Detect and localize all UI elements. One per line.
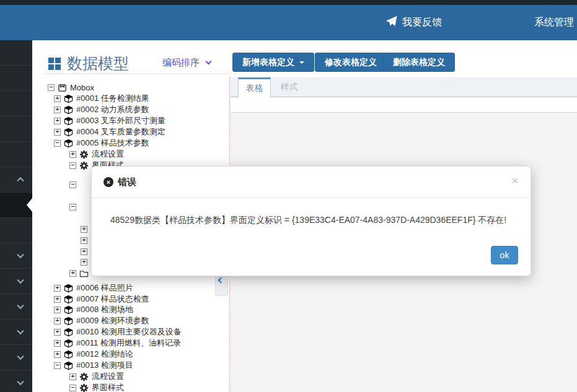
sidebar-item[interactable] [0,116,32,142]
tree-node-label[interactable]: #0006 样品照片 [76,282,133,294]
delete-table-definition-label: 删除表格定义 [393,57,445,68]
tree-node[interactable]: +#0003 叉车外部尺寸测量 [54,115,165,126]
error-message: 48529数据类【样品技术参数】界面定义标识 = {139E33C4-EA07-… [92,198,531,226]
sidebar-item[interactable] [0,66,32,91]
expand-icon[interactable]: + [54,118,61,124]
expand-icon[interactable]: + [81,237,87,244]
feedback-link[interactable]: 我要反馈 [385,5,442,40]
tree-node-label[interactable]: #0010 检测用主要仪器及设备 [76,326,182,338]
sidebar-item[interactable] [0,40,32,66]
tree-node[interactable]: + [81,224,90,235]
delete-table-definition-button[interactable]: 删除表格定义 [383,53,455,72]
system-admin-link[interactable]: 系统管理 [534,5,574,40]
cube-icon [64,284,73,293]
collapse-left-icon [218,277,224,284]
tree-node[interactable]: + [81,246,90,257]
tree-node-label[interactable]: #0009 检测环境参数 [76,315,149,326]
collapse-icon[interactable]: − [54,362,61,369]
expand-icon[interactable]: + [54,95,61,102]
tree-node[interactable]: + [81,235,90,246]
collapse-icon[interactable]: − [48,84,55,91]
sidebar-item[interactable] [0,345,32,370]
tree-node-label[interactable]: 流程设置 [92,149,124,160]
expand-icon[interactable]: + [54,285,61,292]
expand-icon[interactable]: + [54,129,61,136]
expand-icon[interactable]: + [54,351,61,358]
expand-icon[interactable]: + [54,107,61,113]
chevron-down-icon [17,302,24,309]
tree-node[interactable]: +#0006 样品照片 [54,282,133,294]
tree-node[interactable]: − [69,179,79,190]
sidebar-item[interactable] [0,167,32,193]
collapse-icon[interactable]: − [69,181,76,188]
expand-icon[interactable]: + [81,248,87,255]
sidebar-item[interactable] [0,142,32,167]
tree-node[interactable]: +流程设置 [69,371,124,382]
tree-node[interactable]: + [69,268,92,279]
expand-icon[interactable]: + [69,151,76,158]
tree-node-label[interactable]: #0008 检测场地 [76,304,133,315]
tree-collapse-handle[interactable] [215,275,227,295]
tree-node-label[interactable]: 流程设置 [92,371,124,382]
tree-node-label[interactable]: #0003 叉车外部尺寸测量 [76,115,165,126]
expand-icon[interactable]: + [54,329,61,336]
sidebar-item[interactable] [0,218,32,243]
tree-node[interactable]: +#0011 检测用燃料、油料记录 [54,338,181,349]
sidebar-item[interactable] [0,370,32,392]
expand-icon[interactable]: + [69,373,76,380]
tree-node[interactable]: +流程设置 [69,149,124,160]
sidebar-item[interactable] [0,294,32,320]
expand-icon[interactable]: + [54,307,61,313]
tree-node-label[interactable]: #0005 样品技术参数 [76,137,149,149]
tree-node-label[interactable]: 界面样式 [92,382,124,392]
cube-icon [64,339,73,348]
tab-style[interactable]: 样式 [273,77,306,97]
expand-icon[interactable]: + [54,296,61,303]
tree-node[interactable]: −界面样式 [69,382,124,392]
expand-icon[interactable]: + [81,226,87,233]
tree-node[interactable]: +#0004 叉车质量参数测定 [54,126,165,137]
tree-node[interactable]: −#0005 样品技术参数 [54,137,149,149]
tree-node-label[interactable]: #0012 检测结论 [76,349,133,360]
tree-node[interactable]: +#0012 检测结论 [54,349,133,360]
tree-node[interactable]: +#0009 检测环境参数 [54,315,149,326]
expand-icon[interactable]: + [81,259,87,266]
tree-node[interactable]: + [81,256,90,268]
tree-node[interactable]: +#0001 任务检测结果 [54,93,149,104]
sidebar-item[interactable] [0,193,32,218]
tree-node[interactable]: −Mobox [48,82,94,93]
expand-icon[interactable]: + [54,318,61,324]
tree-node-label[interactable]: #0011 检测用燃料、油料记录 [76,338,181,349]
tree-node[interactable]: +#0008 检测场地 [54,304,133,315]
tree-node[interactable]: − [69,201,79,212]
sort-order-dropdown[interactable]: 编码排序 [162,57,211,69]
tree-node[interactable]: −#0013 检测项目 [54,360,133,371]
tree-node-label[interactable]: #0004 叉车质量参数测定 [76,126,165,137]
header-dotted-divider [45,74,229,74]
chevron-down-icon [206,59,212,65]
tree-node-label[interactable]: #0007 样品状态检查 [76,294,149,305]
tree-node-label[interactable]: Mobox [70,83,94,92]
sidebar-item[interactable] [0,269,32,294]
collapse-icon[interactable]: − [54,140,61,147]
sidebar-item[interactable] [0,243,32,269]
sidebar-item[interactable] [0,91,32,116]
add-table-definition-button[interactable]: 新增表格定义 [232,53,314,72]
ok-button[interactable]: ok [491,246,518,264]
expand-icon[interactable]: + [69,270,76,277]
edit-table-definition-label: 修改表格定义 [325,57,377,68]
tab-table[interactable]: 表格 [238,77,271,98]
tree-node[interactable]: +#0010 检测用主要仪器及设备 [54,326,182,338]
expand-icon[interactable]: + [54,340,61,347]
sidebar-item[interactable] [0,320,32,345]
collapse-icon[interactable]: − [69,204,76,211]
collapse-icon[interactable]: − [69,385,76,391]
tree-node[interactable]: +#0007 样品状态检查 [54,294,149,305]
tree-node[interactable]: +#0002 动力系统参数 [54,104,149,115]
tree-node-label[interactable]: #0002 动力系统参数 [76,104,149,115]
edit-table-definition-button[interactable]: 修改表格定义 [315,53,387,72]
tree-node-label[interactable]: #0013 检测项目 [76,360,133,371]
collapse-icon[interactable]: − [69,162,76,169]
close-icon[interactable]: × [511,175,518,186]
tree-node-label[interactable]: #0001 任务检测结果 [76,93,149,104]
